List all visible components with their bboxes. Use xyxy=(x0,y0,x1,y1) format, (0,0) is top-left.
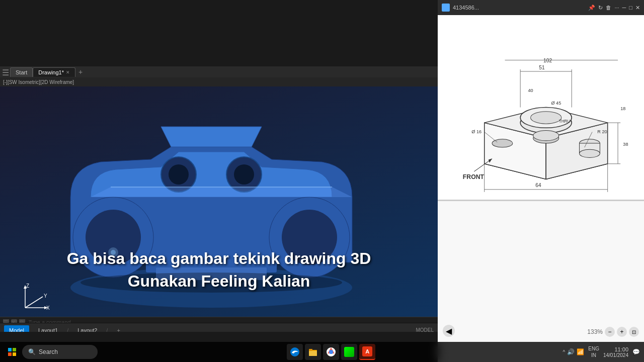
tray-up-icon[interactable]: ^ xyxy=(563,349,566,355)
tab-drawing1[interactable]: Drawing1* ✕ xyxy=(33,67,75,77)
svg-text:40: 40 xyxy=(528,88,533,93)
panel-more-icon[interactable]: ··· xyxy=(614,5,619,11)
taskbar-explorer[interactable] xyxy=(305,344,321,360)
add-layout-button[interactable]: + xyxy=(112,325,125,332)
language-indicator[interactable]: ENGIN xyxy=(588,345,599,358)
axis-indicator: Z Y X xyxy=(10,283,50,313)
system-tray: ^ 🔊 📶 xyxy=(563,348,585,355)
panel-close-button[interactable]: ✕ xyxy=(635,5,640,11)
panel-maximize-button[interactable]: □ xyxy=(629,5,632,11)
svg-rect-59 xyxy=(8,352,12,356)
svg-text:THRU: THRU xyxy=(559,119,571,124)
svg-text:R 20: R 20 xyxy=(597,129,607,134)
svg-text:64: 64 xyxy=(535,183,541,188)
layout1-tab[interactable]: Layout1 xyxy=(33,325,63,332)
tab-close-icon[interactable]: ✕ xyxy=(66,70,70,75)
z-axis-label: Z xyxy=(26,283,29,289)
model-view-label: MODEL xyxy=(416,327,434,332)
svg-point-28 xyxy=(533,130,559,140)
svg-point-6 xyxy=(169,164,189,185)
zoom-controls: 133% − + ⊡ xyxy=(587,327,639,337)
y-axis-label: Y xyxy=(44,293,47,299)
zoom-level: 133% xyxy=(587,328,603,335)
svg-text:Ø 45: Ø 45 xyxy=(551,101,561,106)
taskbar-edge[interactable] xyxy=(287,344,303,360)
svg-text:38: 38 xyxy=(623,142,628,147)
tray-network-icon[interactable]: 📶 xyxy=(577,348,584,355)
tab-start[interactable]: Start xyxy=(10,67,33,77)
taskbar: 🔍 Search A ^ 🔊 📶 ENGIN 11:00 14/01/2024 xyxy=(0,342,644,362)
main-viewport: ☰ Start Drawing1* ✕ + [-][SW Isometric][… xyxy=(0,0,438,332)
fit-page-button[interactable]: ⊡ xyxy=(629,327,639,337)
panel-icon xyxy=(442,4,450,12)
layout2-tab[interactable]: Layout2 xyxy=(72,325,102,332)
tabbar: ☰ Start Drawing1* ✕ + xyxy=(0,66,438,77)
taskbar-apps: A xyxy=(100,344,563,360)
svg-rect-63 xyxy=(309,351,317,356)
start-button[interactable] xyxy=(4,344,20,360)
svg-rect-60 xyxy=(13,352,16,356)
taskbar-search-label: Search xyxy=(39,348,58,355)
model-tab[interactable]: Model xyxy=(4,325,29,332)
svg-text:Ø 16: Ø 16 xyxy=(471,129,481,134)
svg-point-26 xyxy=(531,112,561,124)
right-panel: 4134586... 📌 ↻ 🗑 ··· ─ □ ✕ xyxy=(438,0,644,362)
x-axis-label: X xyxy=(46,305,50,311)
svg-point-31 xyxy=(580,149,600,157)
panel-refresh-icon[interactable]: ↻ xyxy=(598,5,603,11)
taskbar-autocad[interactable]: A xyxy=(359,344,375,360)
notification-icon[interactable]: 💬 xyxy=(632,348,640,355)
front-label: FRONT xyxy=(463,173,485,180)
panel-pin-icon[interactable]: 📌 xyxy=(588,5,595,11)
clock[interactable]: 11:00 14/01/2024 xyxy=(603,346,628,358)
zoom-out-button[interactable]: − xyxy=(605,327,615,337)
technical-drawing: 64 38 51 102 R 20 Ø 16 xyxy=(438,15,644,200)
panel-nav-left[interactable]: ◀ xyxy=(443,325,455,337)
taskbar-chrome[interactable] xyxy=(323,344,339,360)
viewport-status: [-][SW Isometric][2D Wireframe] xyxy=(0,77,438,86)
svg-point-8 xyxy=(234,164,254,185)
panel-title: 4134586... xyxy=(453,5,479,11)
taskbar-search[interactable]: 🔍 Search xyxy=(22,345,98,359)
right-panel-bottom: 133% − + ⊡ ◀ xyxy=(438,201,644,362)
model-area: Ga bisa baca gambar tekink drawing 3D Gu… xyxy=(0,86,438,323)
taskbar-app4[interactable] xyxy=(341,344,357,360)
new-tab-button[interactable]: + xyxy=(75,66,86,77)
taskbar-search-icon: 🔍 xyxy=(28,348,36,355)
nav-menu-icon[interactable]: ☰ xyxy=(2,68,10,76)
svg-point-67 xyxy=(329,350,333,354)
technical-drawing-panel: 64 38 51 102 R 20 Ø 16 xyxy=(438,15,644,201)
svg-line-16 xyxy=(25,297,43,308)
svg-text:18: 18 xyxy=(620,106,625,111)
tray-speaker-icon[interactable]: 🔊 xyxy=(567,348,575,355)
overlay-text: Ga bisa baca gambar tekink drawing 3D Gu… xyxy=(0,247,438,293)
taskbar-right: ^ 🔊 📶 ENGIN 11:00 14/01/2024 💬 xyxy=(563,345,640,358)
engineering-drawing-svg: 64 38 51 102 R 20 Ø 16 xyxy=(443,20,639,195)
svg-text:51: 51 xyxy=(539,65,545,70)
right-panel-header: 4134586... 📌 ↻ 🗑 ··· ─ □ ✕ xyxy=(438,0,644,15)
svg-rect-64 xyxy=(309,349,312,351)
svg-rect-57 xyxy=(8,348,12,351)
svg-text:102: 102 xyxy=(543,58,552,63)
panel-minimize-button[interactable]: ─ xyxy=(622,5,626,11)
zoom-in-button[interactable]: + xyxy=(617,327,627,337)
bottom-bar: Model Layout1 / Layout2 / + MODEL xyxy=(0,323,438,332)
svg-rect-58 xyxy=(13,348,16,351)
panel-trash-icon[interactable]: 🗑 xyxy=(606,5,611,11)
